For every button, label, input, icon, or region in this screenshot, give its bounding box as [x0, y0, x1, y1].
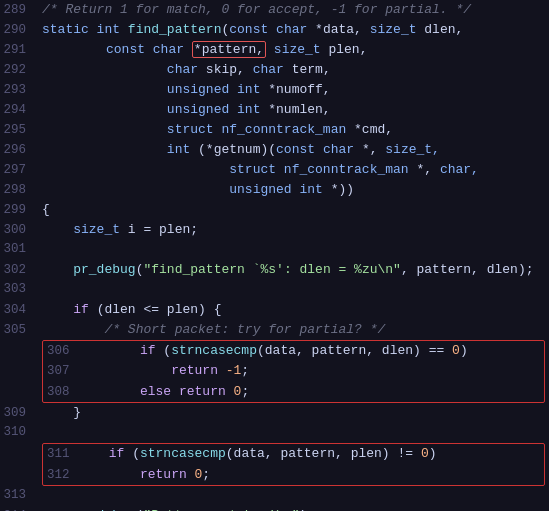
code-line-289: 289 /* Return 1 for match, 0 for accept,…: [0, 0, 549, 20]
line-content: const char *pattern, size_t plen,: [42, 40, 549, 60]
code-line-304: 304 if (dlen <= plen) {: [0, 300, 549, 320]
code-line-293: 293 unsigned int *numoff,: [0, 80, 549, 100]
line-number: 302: [0, 261, 42, 280]
code-line-297: 297 struct nf_conntrack_man *, char,: [0, 160, 549, 180]
line-number: 297: [0, 161, 42, 180]
code-line-298: 298 unsigned int *)): [0, 180, 549, 200]
code-line-305: 305 /* Short packet: try for partial? */: [0, 320, 549, 340]
line-number: 300: [0, 221, 42, 240]
code-line-303: 303: [0, 280, 549, 300]
line-number: 298: [0, 181, 42, 200]
line-content: static int find_pattern(const char *data…: [42, 20, 549, 40]
line-number: 292: [0, 61, 42, 80]
highlight-box-2: 311 if (strncasecmp(data, pattern, plen)…: [0, 443, 549, 486]
line-number: 310: [0, 423, 42, 442]
line-number: 303: [0, 280, 42, 299]
code-line-290: 290 static int find_pattern(const char *…: [0, 20, 549, 40]
line-number: 295: [0, 121, 42, 140]
line-content: pr_debug("Pattern matches!\n");: [42, 506, 549, 511]
code-line-309: 309 }: [0, 403, 549, 423]
line-content: int (*getnum)(const char *, size_t,: [42, 140, 549, 160]
code-line-295: 295 struct nf_conntrack_man *cmd,: [0, 120, 549, 140]
code-line-292: 292 char skip, char term,: [0, 60, 549, 80]
line-number: 301: [0, 240, 42, 259]
code-line-301: 301: [0, 240, 549, 260]
line-content: /* Short packet: try for partial? */: [42, 320, 549, 340]
code-line-307: 307 return -1;: [47, 361, 540, 381]
code-line-302: 302 pr_debug("find_pattern `%s': dlen = …: [0, 260, 549, 280]
line-content: unsigned int *numlen,: [42, 100, 549, 120]
line-content: return 0;: [78, 465, 540, 485]
line-content: {: [42, 200, 549, 220]
line-number: 291: [0, 41, 42, 60]
line-content: if (strncasecmp(data, pattern, dlen) == …: [78, 341, 540, 361]
line-content: return -1;: [78, 361, 540, 381]
code-line-291: 291 const char *pattern, size_t plen,: [0, 40, 549, 60]
code-line-306: 306 if (strncasecmp(data, pattern, dlen)…: [47, 341, 540, 361]
code-line-314: 314 pr_debug("Pattern matches!\n");: [0, 506, 549, 511]
line-number: 289: [0, 1, 42, 20]
code-line-294: 294 unsigned int *numlen,: [0, 100, 549, 120]
line-content: if (strncasecmp(data, pattern, plen) != …: [78, 444, 540, 464]
line-content: unsigned int *numoff,: [42, 80, 549, 100]
line-number: 305: [0, 321, 42, 340]
line-number: 299: [0, 201, 42, 220]
code-line-313: 313: [0, 486, 549, 506]
line-number: 296: [0, 141, 42, 160]
line-number: 309: [0, 404, 42, 423]
line-content: pr_debug("find_pattern `%s': dlen = %zu\…: [42, 260, 549, 280]
line-number: 308: [47, 383, 78, 402]
line-content: unsigned int *)): [42, 180, 549, 200]
line-content: if (dlen <= plen) {: [42, 300, 549, 320]
line-number: 307: [47, 362, 78, 381]
line-number: 312: [47, 466, 78, 485]
code-line-300: 300 size_t i = plen;: [0, 220, 549, 240]
line-content: }: [42, 403, 549, 423]
line-number: 306: [47, 342, 78, 361]
line-content: struct nf_conntrack_man *cmd,: [42, 120, 549, 140]
line-number: 294: [0, 101, 42, 120]
code-editor: 289 /* Return 1 for match, 0 for accept,…: [0, 0, 549, 511]
line-number: 293: [0, 81, 42, 100]
line-content: /* Return 1 for match, 0 for accept, -1 …: [42, 0, 549, 20]
highlight-box-1: 306 if (strncasecmp(data, pattern, dlen)…: [0, 340, 549, 403]
line-number: 313: [0, 486, 42, 505]
line-number: 304: [0, 301, 42, 320]
line-number: 290: [0, 21, 42, 40]
line-number: 314: [0, 507, 42, 511]
pattern-highlight: *pattern,: [192, 41, 266, 58]
line-content: char skip, char term,: [42, 60, 549, 80]
code-line-310: 310: [0, 423, 549, 443]
code-line-296: 296 int (*getnum)(const char *, size_t,: [0, 140, 549, 160]
code-line-311: 311 if (strncasecmp(data, pattern, plen)…: [47, 444, 540, 464]
code-line-308: 308 else return 0;: [47, 382, 540, 402]
code-line-299: 299 {: [0, 200, 549, 220]
line-content: struct nf_conntrack_man *, char,: [42, 160, 549, 180]
code-line-312: 312 return 0;: [47, 465, 540, 485]
line-content: else return 0;: [78, 382, 540, 402]
line-number: 311: [47, 445, 78, 464]
line-content: size_t i = plen;: [42, 220, 549, 240]
